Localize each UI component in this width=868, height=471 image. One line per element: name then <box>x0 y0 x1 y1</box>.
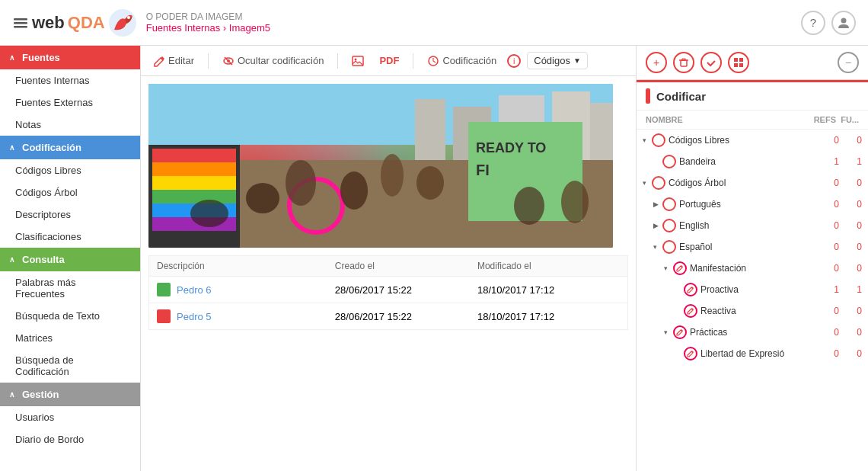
row-1-desc: Pedro 6 <box>157 283 335 296</box>
sidebar-section-label-consulta: Consulta <box>22 254 65 265</box>
sidebar-section-header-consulta[interactable]: ∧ Consulta <box>0 248 140 271</box>
svg-rect-42 <box>739 58 743 62</box>
row-2-name[interactable]: Pedro 5 <box>177 311 212 322</box>
sidebar-section-header-codificacion[interactable]: ∧ Codificación <box>0 136 140 159</box>
edit-icon <box>153 55 165 67</box>
tree-node[interactable]: ▾Manifestación00 <box>637 258 868 279</box>
sidebar-item-codigos-libres[interactable]: Códigos Libres <box>0 159 140 181</box>
svg-rect-38 <box>681 60 687 66</box>
sidebar-section-header-fuentes[interactable]: ∧ Fuentes <box>0 46 140 69</box>
sidebar-item-diario[interactable]: Diario de Bordo <box>0 428 140 450</box>
breadcrumb-path: Fuentes Internas › Imagem5 <box>146 22 270 34</box>
tree-node-fu: 0 <box>839 199 862 210</box>
row-1-color <box>157 283 171 296</box>
tree-node-icon <box>662 197 676 211</box>
tree-node-refs: 0 <box>809 263 839 274</box>
tree-node-icon <box>662 219 676 232</box>
logo-web-text: web <box>32 13 65 33</box>
sidebar-item-usuarios[interactable]: Usuarios <box>0 406 140 428</box>
sidebar-item-busqueda-codificacion[interactable]: Búsqueda de Codificación <box>0 349 140 383</box>
tree-node[interactable]: Proactiva11 <box>637 279 868 300</box>
tree-node-name: Libertad de Expresió <box>700 348 809 359</box>
sidebar-item-fuentes-externas[interactable]: Fuentes Externas <box>0 91 140 114</box>
tree-node-icon <box>684 347 697 360</box>
sidebar-section-header-gestion[interactable]: ∧ Gestión <box>0 383 140 406</box>
tree-node[interactable]: ▾Prácticas00 <box>637 322 868 343</box>
tree-node-fu: 1 <box>839 284 862 295</box>
table-row[interactable]: Pedro 6 28/06/2017 15:22 18/10/2017 17:1… <box>149 277 627 303</box>
sidebar-section-label-gestion: Gestión <box>22 389 59 400</box>
hamburger-icon[interactable] <box>12 14 29 31</box>
toolbar-sep-3 <box>413 53 413 69</box>
row-2-created: 28/06/2017 15:22 <box>335 311 477 322</box>
protest-svg: READY TO FI <box>148 84 613 248</box>
tree-node-arrow: ▾ <box>653 243 662 251</box>
svg-rect-40 <box>682 59 685 60</box>
sidebar-section-label-fuentes: Fuentes <box>22 52 60 63</box>
svg-point-31 <box>340 171 368 210</box>
confirm-button[interactable] <box>700 52 722 73</box>
tree-node-icon <box>673 261 687 275</box>
sidebar-item-clasificaciones[interactable]: Clasificaciones <box>0 226 140 248</box>
tree-node[interactable]: Reactiva00 <box>637 300 868 322</box>
tree-node-icon <box>673 325 687 339</box>
tree-node[interactable]: Libertad de Expresió00 <box>637 343 868 364</box>
tree-node-refs: 1 <box>809 284 839 295</box>
sidebar-item-codigos-arbol[interactable]: Códigos Árbol <box>0 181 140 203</box>
sidebar-item-fuentes-internas[interactable]: Fuentes Internas <box>0 69 140 91</box>
codigos-select[interactable]: Códigos ▼ <box>527 52 588 69</box>
pdf-button[interactable]: PDF <box>375 53 404 69</box>
tree-node-arrow: ▾ <box>664 264 673 272</box>
codificar-bar <box>646 88 650 104</box>
tree-node-refs: 0 <box>809 327 839 338</box>
svg-rect-1 <box>14 22 27 24</box>
row-1-name[interactable]: Pedro 6 <box>177 284 212 296</box>
select-arrow-icon: ▼ <box>573 56 581 65</box>
edit-label: Editar <box>168 55 194 66</box>
content-area: Editar Ocultar codificación PDF Codifica… <box>141 46 636 471</box>
grid-button[interactable] <box>728 52 749 73</box>
chevron-codificacion: ∧ <box>9 143 14 152</box>
hide-coding-button[interactable]: Ocultar codificación <box>218 53 328 69</box>
delete-button[interactable] <box>673 52 694 73</box>
protest-image-inner: READY TO FI <box>148 84 613 248</box>
minus-button[interactable]: − <box>838 52 859 73</box>
svg-rect-20 <box>152 149 236 162</box>
th-fu: FU... <box>836 115 859 124</box>
svg-point-35 <box>190 200 228 227</box>
codigos-select-label: Códigos <box>534 55 570 66</box>
table-row[interactable]: Pedro 5 28/06/2017 15:22 18/10/2017 17:1… <box>149 303 627 329</box>
tree-node[interactable]: ▾Español00 <box>637 236 868 258</box>
tree-node-fu: 0 <box>839 242 862 252</box>
content-toolbar: Editar Ocultar codificación PDF Codifica… <box>141 46 636 76</box>
sidebar-item-matrices[interactable]: Matrices <box>0 327 140 349</box>
help-button[interactable]: ? <box>801 11 825 35</box>
sidebar-item-notas[interactable]: Notas <box>0 114 140 136</box>
sidebar-item-descriptores[interactable]: Descriptores <box>0 203 140 226</box>
info-button[interactable]: i <box>507 54 521 68</box>
chevron-gestion: ∧ <box>9 390 14 399</box>
tree-node-arrow: ▶ <box>653 200 662 208</box>
check-icon <box>706 57 716 68</box>
sidebar-item-busqueda-texto[interactable]: Búsqueda de Texto <box>0 305 140 327</box>
tree-node[interactable]: Bandeira11 <box>637 151 868 172</box>
svg-rect-44 <box>739 63 743 67</box>
tree-node-arrow: ▾ <box>643 179 652 187</box>
tree-node[interactable]: ▶English00 <box>637 215 868 236</box>
tree-node-name: Proactiva <box>700 284 809 295</box>
image-button[interactable] <box>347 53 369 69</box>
codification-button[interactable]: Codificación <box>423 53 501 69</box>
edit-button[interactable]: Editar <box>148 53 199 69</box>
add-button[interactable]: + <box>646 52 667 73</box>
row-2-modified: 18/10/2017 17:12 <box>477 311 620 322</box>
table-area: Descripción Creado el Modificado el Pedr… <box>148 248 628 330</box>
tree-node-fu: 1 <box>839 156 862 167</box>
tree-node[interactable]: ▾Códigos Libres00 <box>637 130 868 151</box>
sidebar-section-fuentes: ∧ Fuentes Fuentes Internas Fuentes Exter… <box>0 46 140 136</box>
tree-node[interactable]: ▶Português00 <box>637 194 868 215</box>
tree-node-refs: 0 <box>809 220 839 231</box>
user-button[interactable] <box>831 11 856 35</box>
sidebar-item-palabras-frecuentes[interactable]: Palabras más Frecuentes <box>0 271 140 305</box>
tree-node-refs: 0 <box>809 178 839 188</box>
tree-node[interactable]: ▾Códigos Árbol00 <box>637 172 868 194</box>
